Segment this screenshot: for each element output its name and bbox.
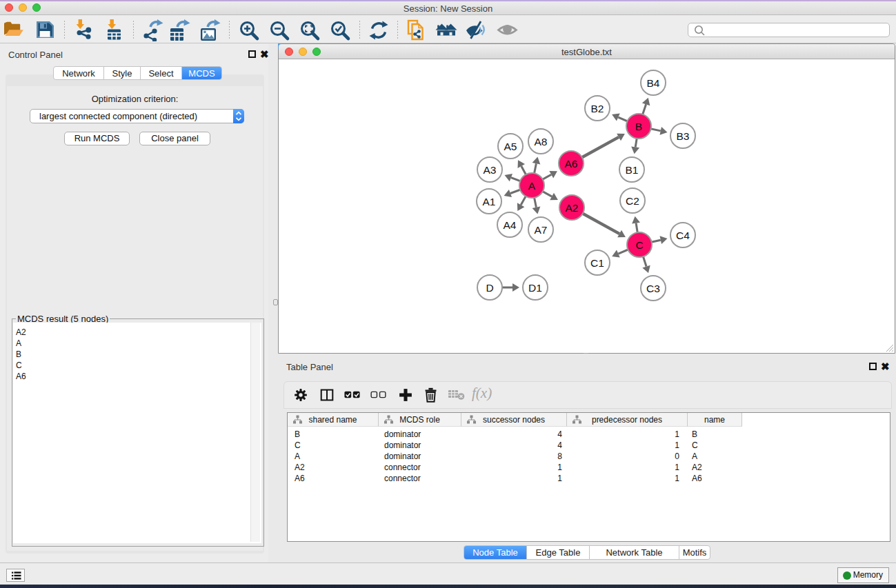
svg-text:B: B: [635, 121, 642, 132]
svg-text:A3: A3: [484, 164, 497, 176]
svg-text:D: D: [486, 282, 493, 294]
svg-text:A5: A5: [504, 141, 517, 152]
svg-text:A1: A1: [483, 196, 496, 207]
svg-text:B1: B1: [626, 164, 639, 176]
svg-text:C3: C3: [646, 283, 660, 294]
svg-text:A4: A4: [504, 219, 517, 231]
svg-text:A2: A2: [566, 202, 579, 214]
svg-text:A7: A7: [535, 224, 548, 236]
svg-text:C4: C4: [676, 230, 690, 241]
svg-text:C2: C2: [626, 195, 639, 207]
svg-text:A8: A8: [535, 136, 548, 148]
svg-text:A: A: [528, 180, 536, 192]
svg-text:A6: A6: [565, 158, 578, 170]
svg-text:B4: B4: [647, 77, 660, 89]
svg-text:B3: B3: [677, 130, 690, 142]
svg-text:B2: B2: [591, 103, 604, 114]
svg-text:C: C: [635, 239, 643, 251]
svg-text:D1: D1: [528, 282, 542, 294]
svg-text:C1: C1: [590, 257, 604, 269]
